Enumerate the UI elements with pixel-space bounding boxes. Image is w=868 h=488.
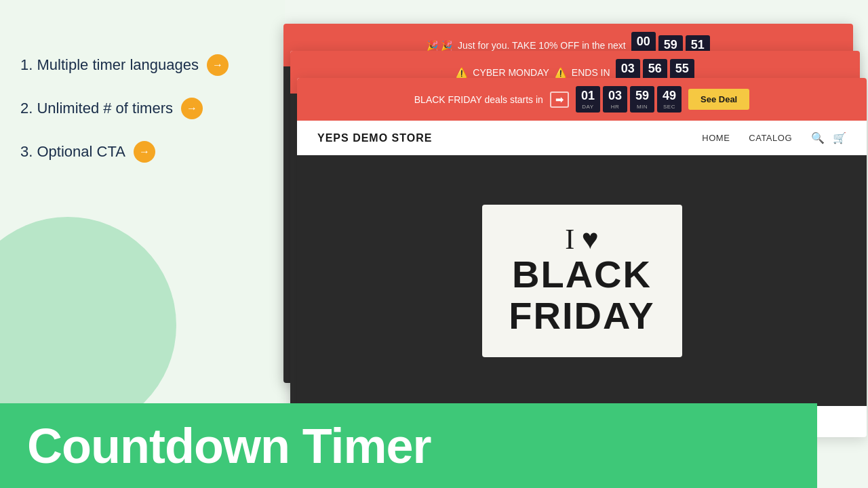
feature-item-1: 1. Multiple timer languages [20,54,285,76]
see-deal-button[interactable]: See Deal [688,89,749,110]
arrow-icon-1 [207,54,229,76]
timer-ends-in: ENDS IN [572,67,610,78]
timer-bar-3: BLACK FRIDAY deals starts in ➡ 01 DAY 03… [297,78,867,121]
digit-sec-49: 49 SEC [657,86,682,113]
nav-link-catalog[interactable]: CATALOG [749,133,792,143]
features-list: 1. Multiple timer languages 2. Unlimited… [20,54,285,163]
circle-decoration [0,217,176,434]
store-nav-links: HOME CATALOG 🔍 🛒 [702,131,846,144]
nav-link-home[interactable]: HOME [702,133,730,143]
store-nav: YEPS DEMO STORE HOME CATALOG 🔍 🛒 [297,121,867,155]
bottom-banner: Countdown Timer [0,403,817,488]
cart-icon[interactable]: 🛒 [833,131,846,144]
lightbox-sign: I ♥ BLACK FRIDAY [482,205,682,357]
hero-line3: FRIDAY [509,295,654,337]
store-hero: I ♥ BLACK FRIDAY [297,155,867,406]
browser-window-3: BLACK FRIDAY deals starts in ➡ 01 DAY 03… [297,78,867,437]
timer-message-3: BLACK FRIDAY deals starts in [414,94,543,105]
feature-text-1: 1. Multiple timer languages [20,56,199,74]
browser-stack: 🎉 🎉 Just for you. TAKE 10% OFF in the ne… [283,24,867,400]
arrow-box: ➡ [550,92,569,108]
timer-message-2: CYBER MONDAY [473,67,549,78]
digit-day-01: 01 DAY [576,86,600,113]
timer-message-1: Just for you. TAKE 10% OFF in the next [458,40,626,51]
store-logo: YEPS DEMO STORE [317,132,432,144]
arrow-icon-3 [134,141,155,163]
timer-emoji-2b: ⚠️ [555,67,566,78]
feature-text-3: 3. Optional CTA [20,143,125,161]
digit-hr-03: 03 HR [603,86,627,113]
search-icon[interactable]: 🔍 [811,131,825,144]
feature-item-2: 2. Unlimited # of timers [20,98,285,119]
feature-item-3: 3. Optional CTA [20,141,285,163]
nav-icons: 🔍 🛒 [811,131,846,144]
timer-emoji-2a: ⚠️ [456,67,467,78]
bottom-banner-text: Countdown Timer [27,418,431,474]
feature-text-2: 2. Unlimited # of timers [20,100,173,117]
hero-line2: BLACK [512,253,652,296]
timer-emoji-1: 🎉 🎉 [427,40,452,51]
hero-line1: I ♥ [565,225,598,253]
timer-digits-3: 01 DAY 03 HR 59 MIN 49 SEC [576,86,682,113]
arrow-icon-2 [181,98,203,119]
digit-min-59: 59 MIN [630,86,654,113]
